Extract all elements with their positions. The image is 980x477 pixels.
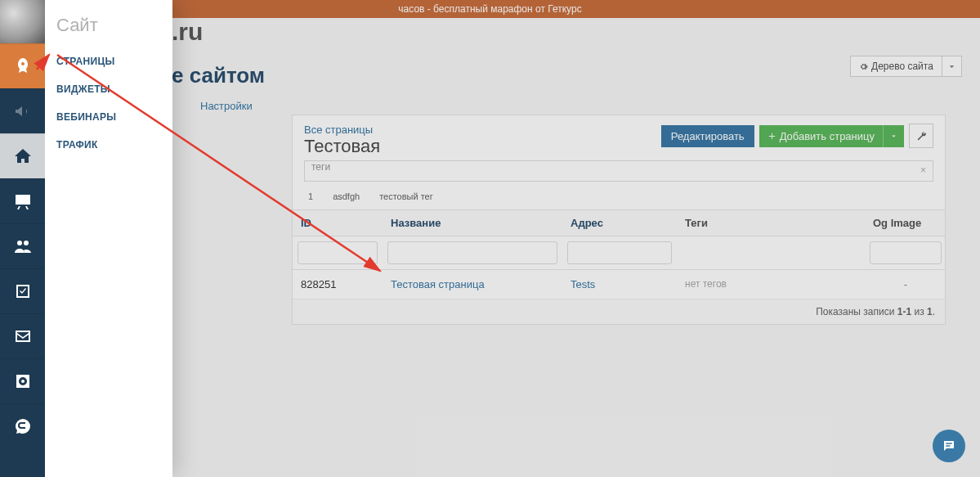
domain-label: .ru	[172, 18, 203, 46]
edit-button[interactable]: Редактировать	[661, 125, 754, 147]
site-tree-label: Дерево сайта	[871, 61, 933, 72]
caret-down-icon	[890, 133, 897, 140]
submenu-webinars[interactable]: ВЕБИНАРЫ	[45, 103, 172, 131]
cell-tags: нет тегов	[677, 270, 865, 299]
subtabs: Настройки	[200, 100, 253, 112]
filter-id-input[interactable]	[298, 241, 378, 264]
site-submenu: Сайт СТРАНИЦЫ ВИДЖЕТЫ ВЕБИНАРЫ ТРАФИК	[45, 0, 172, 477]
nav-site[interactable]	[0, 133, 45, 178]
pages-panel: Все страницы Тестовая Редактировать Доба…	[292, 115, 946, 325]
col-address[interactable]: Адрес	[562, 210, 677, 236]
tools-button[interactable]	[909, 124, 933, 148]
tag-chip[interactable]: asdfgh	[329, 190, 364, 203]
cell-address-link[interactable]: Tests	[562, 270, 677, 299]
nav-rocket[interactable]	[0, 43, 45, 88]
clear-tags-button[interactable]: ×	[920, 164, 926, 176]
summary-range: 1-1	[897, 306, 911, 317]
col-tags: Теги	[677, 210, 865, 236]
caret-down-icon	[947, 62, 956, 71]
megaphone-icon	[13, 101, 33, 121]
submenu-title: Сайт	[45, 15, 172, 47]
tags-filter-input[interactable]: теги ×	[304, 160, 933, 182]
add-page-label: Добавить страницу	[780, 130, 875, 142]
col-name[interactable]: Название	[383, 210, 562, 236]
submenu-traffic[interactable]: ТРАФИК	[45, 131, 172, 159]
add-page-dropdown[interactable]	[883, 125, 904, 147]
col-id[interactable]: ID	[293, 210, 383, 236]
table-row: 828251 Тестовая страница Tests нет тегов…	[293, 269, 945, 299]
filter-name-input[interactable]	[387, 241, 557, 264]
col-og: Og Image	[865, 210, 946, 236]
checkbox-icon	[13, 281, 33, 301]
tags-placeholder: теги	[311, 161, 330, 173]
tag-chip[interactable]: тестовый тег	[375, 190, 437, 203]
gear-icon	[859, 62, 868, 71]
nav-chatlog[interactable]	[0, 403, 45, 448]
tag-chip[interactable]: 1	[304, 190, 317, 203]
avatar[interactable]	[0, 0, 45, 43]
filter-og-input[interactable]	[870, 241, 942, 264]
add-page-button[interactable]: Добавить страницу	[759, 125, 883, 147]
filter-address-input[interactable]	[567, 241, 672, 264]
table-filters	[293, 236, 945, 269]
nav-announce[interactable]	[0, 88, 45, 133]
nav-messages[interactable]	[0, 313, 45, 358]
tree-button-group: Дерево сайта	[850, 56, 962, 77]
summary-total: 1	[927, 306, 933, 317]
submenu-pages[interactable]: СТРАНИЦЫ	[45, 47, 172, 75]
submenu-widgets[interactable]: ВИДЖЕТЫ	[45, 75, 172, 103]
page-heading: е сайтом	[172, 63, 265, 88]
plus-icon	[767, 132, 776, 141]
cell-name-link[interactable]: Тестовая страница	[383, 270, 562, 299]
folder-title: Тестовая	[304, 136, 380, 157]
wrench-icon	[916, 131, 927, 142]
nav-presentations[interactable]	[0, 178, 45, 223]
tab-settings[interactable]: Настройки	[200, 100, 253, 112]
summary-suffix: .	[933, 306, 935, 317]
cell-og: -	[865, 270, 946, 299]
mail-icon	[13, 326, 33, 346]
home-icon	[13, 146, 33, 166]
breadcrumb-all-pages[interactable]: Все страницы	[304, 124, 380, 136]
nav-tasks[interactable]	[0, 268, 45, 313]
gear-box-icon	[13, 371, 33, 391]
left-nav-rail	[0, 0, 45, 477]
tag-chips: 1 asdfgh тестовый тег	[293, 187, 945, 209]
chat-launcher[interactable]	[933, 430, 965, 462]
chart-board-icon	[13, 191, 33, 211]
table-header: ID Название Адрес Теги Og Image	[293, 209, 945, 236]
site-tree-dropdown[interactable]	[942, 56, 962, 77]
summary-mid: из	[911, 306, 927, 317]
table-summary: Показаны записи 1-1 из 1.	[293, 299, 945, 324]
chat-icon	[942, 439, 956, 453]
chat-c-icon	[13, 416, 33, 436]
summary-prefix: Показаны записи	[816, 306, 897, 317]
site-tree-button[interactable]: Дерево сайта	[850, 56, 942, 77]
cell-id: 828251	[293, 270, 383, 299]
users-icon	[13, 236, 33, 256]
nav-settings[interactable]	[0, 358, 45, 403]
rocket-icon	[13, 56, 33, 76]
nav-users[interactable]	[0, 223, 45, 268]
